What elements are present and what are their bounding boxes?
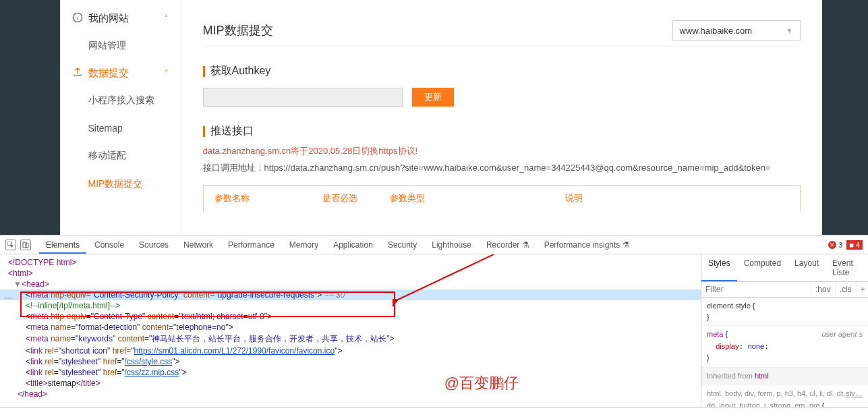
dom-line[interactable]: <meta name="format-detection" content="t… xyxy=(0,322,701,333)
styles-tab-computed[interactable]: Computed xyxy=(737,254,788,281)
style-inherited-label: Inherited from html xyxy=(701,368,868,386)
tab-memory[interactable]: Memory xyxy=(283,236,325,254)
section-authkey-title: 获取Authkey xyxy=(203,64,801,78)
domain-select-value: www.haibaike.com xyxy=(680,26,753,36)
dom-line[interactable]: <meta http-equiv="Content-Type" content=… xyxy=(0,311,701,322)
tab-recorder[interactable]: Recorder ⚗ xyxy=(480,236,536,254)
styles-filter-input[interactable] xyxy=(701,282,811,297)
sidebar-item-miniprogram[interactable]: 小程序接入搜索 xyxy=(60,86,181,115)
devtools-toolbar: Elements Console Sources Network Perform… xyxy=(0,235,868,254)
tab-console[interactable]: Console xyxy=(88,236,131,254)
cls-toggle[interactable]: .cls xyxy=(835,282,856,297)
flask-icon: ⚗ xyxy=(522,240,529,250)
authkey-input[interactable] xyxy=(203,88,403,107)
watermark-text: @百变鹏仔 xyxy=(444,373,519,393)
page-title: MIP数据提交 xyxy=(203,22,273,38)
styles-tab-events[interactable]: Event Liste xyxy=(826,254,868,281)
style-rule-meta[interactable]: user agent s meta { display: none; } xyxy=(701,326,868,368)
dom-line-selected[interactable]: <meta http-equiv="Content-Security-Polic… xyxy=(0,289,701,300)
sidebar-group-label: 数据提交 xyxy=(88,67,129,80)
chevron-up-icon: ˄ xyxy=(165,69,169,78)
https-notice: data.zhanzhang.sm.cn将于2020.05.28日切换https… xyxy=(203,145,801,157)
update-button[interactable]: 更新 xyxy=(412,88,454,107)
sidebar-group-my-site[interactable]: 我的网站 ˄ xyxy=(60,5,181,32)
sidebar-item-site-manage[interactable]: 网站管理 xyxy=(60,32,181,60)
annotation-arrow xyxy=(393,254,500,307)
styles-tab-styles[interactable]: Styles xyxy=(701,254,737,281)
main-content: MIP数据提交 www.haibaike.com ▼ 获取Authkey 更新 … xyxy=(181,0,822,235)
chevron-down-icon: ▼ xyxy=(786,27,793,34)
col-required: 是否必选 xyxy=(312,186,379,211)
style-rule-element[interactable]: element.style { } xyxy=(701,298,868,326)
dom-line[interactable]: <html> xyxy=(0,268,701,279)
tab-network[interactable]: Network xyxy=(177,236,220,254)
tab-sources[interactable]: Sources xyxy=(132,236,175,254)
dom-line[interactable]: </head> xyxy=(0,389,701,399)
error-count-badge[interactable]: ■ 4 xyxy=(846,240,863,250)
devtools-panel: Elements Console Sources Network Perform… xyxy=(0,235,868,419)
col-desc: 说明 xyxy=(554,186,800,211)
sidebar-item-mobile-adapt[interactable]: 移动适配 xyxy=(60,142,181,170)
dom-line[interactable]: <!--inline[/tpl/meta.html]--> xyxy=(0,300,701,311)
tab-lighthouse[interactable]: Lighthouse xyxy=(425,236,478,254)
svg-line-6 xyxy=(397,254,494,300)
sidebar-group-data-submit[interactable]: 数据提交 ˄ xyxy=(60,60,181,86)
sidebar-group-label: 我的网站 xyxy=(88,12,129,25)
dom-line[interactable]: ▼<head> xyxy=(0,279,701,289)
flask-icon: ⚗ xyxy=(623,240,630,250)
info-icon xyxy=(72,12,83,25)
col-type: 参数类型 xyxy=(379,186,554,211)
params-table: 参数名称 是否必选 参数类型 说明 xyxy=(203,185,801,211)
tab-elements[interactable]: Elements xyxy=(39,236,86,254)
tab-perf-insights[interactable]: Performance insights ⚗ xyxy=(538,236,637,254)
more-icon[interactable]: ⋯ xyxy=(1,294,15,303)
dom-line[interactable]: <link rel="stylesheet" href="/css/zz.mip… xyxy=(0,367,701,378)
styles-tab-layout[interactable]: Layout xyxy=(788,254,826,281)
dom-breadcrumb[interactable] xyxy=(0,407,868,419)
api-url-text: 接口调用地址：https://data.zhanzhang.sm.cn/push… xyxy=(203,161,801,175)
style-rule-reset[interactable]: sty… html, body, div, form, p, h3, h4, u… xyxy=(701,385,868,407)
tab-performance[interactable]: Performance xyxy=(221,236,281,254)
device-toggle-icon[interactable] xyxy=(20,240,31,250)
inspect-icon[interactable] xyxy=(5,240,16,250)
section-push-title: 推送接口 xyxy=(203,124,801,138)
dom-line[interactable]: <meta name="keywords" content="神马站长平台，站长… xyxy=(0,333,701,345)
chevron-up-icon: ˄ xyxy=(165,14,169,23)
dom-tree-pane[interactable]: ⋯ <!DOCTYPE html> <html> ▼<head> <meta h… xyxy=(0,254,701,407)
error-badge[interactable]: ✕3 xyxy=(828,241,842,249)
dom-line[interactable]: <title>sitemap</title> xyxy=(0,378,701,389)
dom-line[interactable]: <!DOCTYPE html> xyxy=(0,257,701,268)
hov-toggle[interactable]: :hov xyxy=(811,282,835,297)
sidebar-item-sitemap[interactable]: Sitemap xyxy=(60,115,181,142)
styles-pane: Styles Computed Layout Event Liste :hov … xyxy=(701,254,868,407)
upload-icon xyxy=(72,67,83,80)
col-param-name: 参数名称 xyxy=(204,186,312,211)
sidebar-item-mip-submit[interactable]: MIP数据提交 xyxy=(60,170,181,198)
app-window: 我的网站 ˄ 网站管理 数据提交 ˄ 小程序接入搜索 Sitemap 移动适配 … xyxy=(0,0,868,235)
tab-security[interactable]: Security xyxy=(381,236,424,254)
tab-application[interactable]: Application xyxy=(326,236,380,254)
dom-line[interactable]: <link rel="stylesheet" href="/css/style.… xyxy=(0,356,701,367)
domain-select[interactable]: www.haibaike.com ▼ xyxy=(672,20,801,40)
add-style-button[interactable]: + xyxy=(856,282,868,297)
dom-line[interactable]: <link rel="shortcut icon" href="https://… xyxy=(0,345,701,356)
sidebar: 我的网站 ˄ 网站管理 数据提交 ˄ 小程序接入搜索 Sitemap 移动适配 … xyxy=(60,0,181,235)
